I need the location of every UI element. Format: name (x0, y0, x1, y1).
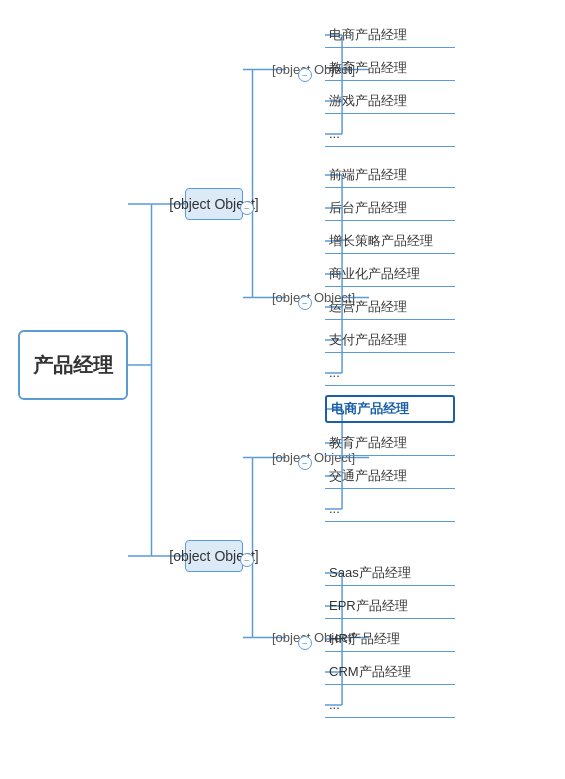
b-pos-leaf-0: Saas产品经理 (325, 560, 455, 586)
b-ind-collapse[interactable]: − (298, 456, 312, 470)
b-pos-leaf-4: ... (325, 692, 455, 718)
b-ind-leaf-2: 交通产品经理 (325, 463, 455, 489)
b-ind-leaf-3: ... (325, 496, 455, 522)
c-pos-leaf-0: 前端产品经理 (325, 162, 455, 188)
c-end-node: [object Object] (185, 188, 243, 220)
c-pos-leaf-3: 商业化产品经理 (325, 261, 455, 287)
c-end-collapse[interactable]: − (240, 201, 254, 215)
c-pos-collapse[interactable]: − (298, 296, 312, 310)
b-ind-leaf-1: 教育产品经理 (325, 430, 455, 456)
b-pos-collapse[interactable]: − (298, 636, 312, 650)
b-end-collapse[interactable]: − (240, 553, 254, 567)
c-ind-leaf-3: ... (325, 121, 455, 147)
b-pos-leaf-2: HR产品经理 (325, 626, 455, 652)
c-pos-leaf-2: 增长策略产品经理 (325, 228, 455, 254)
mindmap-diagram: 产品经理 [object Object] [object Object] [ob… (0, 0, 565, 779)
b-ind-leaf-highlight: 电商产品经理 (325, 395, 455, 423)
b-pos-leaf-3: CRM产品经理 (325, 659, 455, 685)
c-ind-collapse[interactable]: − (298, 68, 312, 82)
c-ind-leaf-1: 教育产品经理 (325, 55, 455, 81)
b-end-node: [object Object] (185, 540, 243, 572)
c-pos-leaf-1: 后台产品经理 (325, 195, 455, 221)
root-node: 产品经理 (18, 330, 128, 400)
c-pos-leaf-5: 支付产品经理 (325, 327, 455, 353)
c-pos-leaf-6: ... (325, 360, 455, 386)
c-ind-leaf-2: 游戏产品经理 (325, 88, 455, 114)
b-pos-leaf-1: EPR产品经理 (325, 593, 455, 619)
c-ind-leaf-0: 电商产品经理 (325, 22, 455, 48)
c-pos-leaf-4: 运营产品经理 (325, 294, 455, 320)
